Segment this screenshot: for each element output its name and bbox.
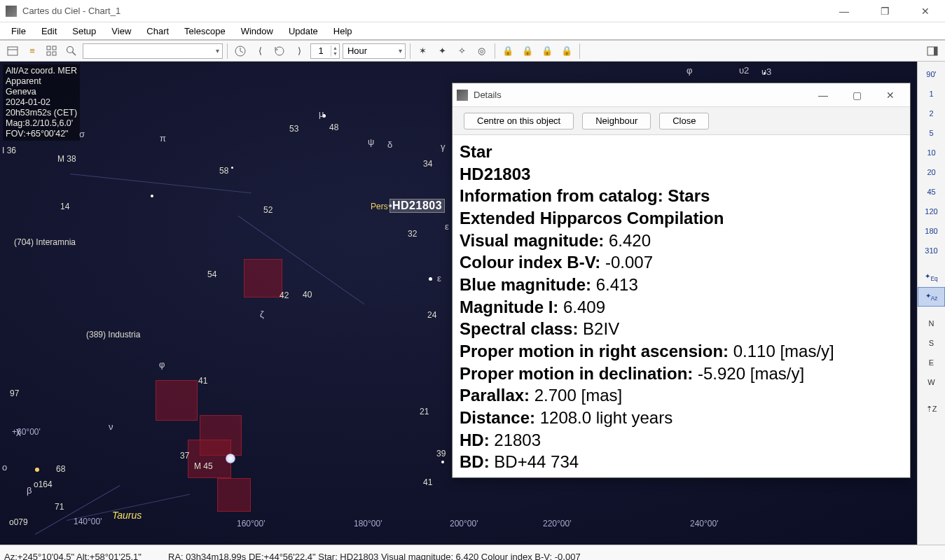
overlay-line: Geneva — [6, 87, 77, 97]
greek-label: ζ — [260, 309, 264, 319]
lock2-icon[interactable]: 🔒 — [518, 43, 537, 59]
fov-180[interactable]: 180 — [918, 221, 945, 241]
menu-setup[interactable]: Setup — [65, 24, 103, 38]
num-label: 68 — [56, 464, 65, 474]
menu-file[interactable]: File — [4, 24, 33, 38]
fov-90[interactable]: 90' — [918, 64, 945, 84]
time-unit-label: Hour — [347, 46, 367, 56]
neighbour-button[interactable]: Neighbour — [582, 113, 651, 130]
details-titlebar[interactable]: Details — ▢ ✕ — [453, 83, 910, 107]
time-step-input[interactable] — [311, 46, 331, 56]
time-step-spinner[interactable]: ▲▼ — [310, 43, 340, 59]
details-extcat: Extended Hipparcos Compilation — [460, 207, 903, 230]
num-label: 58 — [219, 166, 228, 176]
greek-label: φ — [687, 65, 692, 76]
greek-label: ο — [2, 462, 7, 472]
close-button-details[interactable]: Close — [659, 113, 709, 130]
svg-line-10 — [240, 51, 243, 52]
menu-telescope[interactable]: Telescope — [177, 24, 233, 38]
search-icon[interactable] — [62, 43, 81, 59]
grid-icon[interactable] — [43, 43, 61, 59]
fov-10[interactable]: 10 — [918, 143, 945, 162]
close-button[interactable]: ✕ — [911, 6, 939, 17]
num-label: 48 — [329, 122, 338, 132]
greek-label: ε — [437, 273, 441, 284]
status-azalt: Az:+245°10'04.5" Alt:+58°01'25.1" — [4, 552, 158, 561]
maximize-button[interactable]: ❐ — [871, 6, 899, 17]
lock4-icon[interactable]: 🔒 — [558, 43, 576, 59]
search-combo[interactable] — [83, 43, 223, 59]
grid-label: 180°00' — [354, 519, 382, 528]
grid-label: 140°00' — [74, 517, 102, 526]
svg-rect-13 — [934, 47, 937, 55]
menu-chart[interactable]: Chart — [139, 24, 176, 38]
dir-w-button[interactable]: W — [918, 372, 945, 392]
num-label: 32 — [408, 229, 417, 239]
list-icon[interactable]: ≡ — [23, 43, 41, 59]
menu-window[interactable]: Window — [234, 24, 280, 38]
fov-5[interactable]: 5 — [918, 123, 945, 143]
menu-help[interactable]: Help — [326, 24, 359, 38]
greek-label: ψ — [368, 136, 374, 147]
greek-label: ε — [445, 221, 449, 232]
centre-button[interactable]: Centre on this object — [464, 113, 574, 130]
details-minimize-button[interactable]: — — [808, 85, 839, 105]
num-label: 39 — [436, 449, 446, 458]
fov-310[interactable]: 310 — [918, 241, 945, 260]
panel-icon[interactable] — [923, 43, 941, 59]
svg-rect-2 — [47, 46, 50, 50]
details-catalog: Information from catalog: Stars — [460, 185, 903, 207]
menu-view[interactable]: View — [104, 24, 138, 38]
fov-2[interactable]: 2 — [918, 104, 945, 123]
lock3-icon[interactable]: 🔒 — [538, 43, 556, 59]
details-field: HIP: 16516 — [460, 473, 903, 477]
num-label: 53 — [289, 124, 298, 134]
sky-chart[interactable]: I 36 M 38 (704) Interamnia (389) Industr… — [0, 62, 917, 545]
selected-star-label[interactable]: HD21803 — [389, 199, 445, 213]
menu-update[interactable]: Update — [282, 24, 325, 38]
num-label: 41 — [198, 376, 207, 386]
num-label: 71 — [55, 502, 64, 512]
fov-120[interactable]: 120 — [918, 202, 945, 221]
lock1-icon[interactable]: 🔒 — [499, 43, 517, 59]
details-field: Proper motion in right ascension: 0.110 … — [460, 340, 903, 363]
details-button-bar: Centre on this object Neighbour Close — [453, 107, 910, 135]
time-reset-icon[interactable] — [270, 43, 289, 59]
details-body[interactable]: Star HD21803 Information from catalog: S… — [453, 135, 910, 477]
fov-20[interactable]: 20 — [918, 162, 945, 182]
calendar-icon[interactable] — [4, 43, 22, 59]
status-bar: Az:+245°10'04.5" Alt:+58°01'25.1" RA: 03… — [0, 545, 945, 560]
details-maximize-button[interactable]: ▢ — [841, 85, 872, 105]
coord-az-button[interactable]: ✦Az — [918, 287, 945, 307]
svg-rect-5 — [53, 52, 56, 55]
overlay-line: Mag:8.2/10.5,6.0' — [6, 118, 77, 129]
fov-45[interactable]: 45 — [918, 182, 945, 202]
time-unit-combo[interactable]: Hour — [343, 43, 406, 59]
details-field: Proper motion in declination: -5.920 [ma… — [460, 363, 903, 385]
coord-eq-button[interactable]: ✦Eq — [918, 267, 945, 287]
menu-edit[interactable]: Edit — [34, 24, 64, 38]
num-label: 34 — [423, 159, 432, 169]
details-close-button[interactable]: ✕ — [875, 85, 906, 105]
greek-label: ν — [109, 421, 113, 432]
zenith-button[interactable]: ⇡Z — [918, 399, 945, 419]
minimize-button[interactable]: — — [830, 6, 858, 17]
time-back-icon[interactable]: ⟨ — [251, 43, 269, 59]
fov-1[interactable]: 1 — [918, 84, 945, 104]
svg-point-11 — [275, 47, 284, 55]
marker1-icon[interactable]: ✶ — [414, 43, 432, 59]
dir-n-button[interactable]: N — [918, 314, 945, 333]
target-icon[interactable]: ◎ — [473, 43, 491, 59]
time-forward-icon[interactable]: ⟩ — [290, 43, 308, 59]
marker3-icon[interactable]: ✧ — [453, 43, 471, 59]
marker2-icon[interactable]: ✦ — [434, 43, 452, 59]
now-icon[interactable] — [231, 43, 249, 59]
corner-label: I 36 — [2, 146, 16, 155]
window-title: Cartes du Ciel - Chart_1 — [22, 6, 830, 16]
num-label: o164 — [34, 479, 53, 489]
svg-rect-4 — [47, 52, 50, 55]
details-window[interactable]: Details — ▢ ✕ Centre on this object Neig… — [452, 83, 911, 478]
greek-label: υ3 — [761, 66, 771, 77]
dir-s-button[interactable]: S — [918, 333, 945, 353]
dir-e-button[interactable]: E — [918, 353, 945, 372]
